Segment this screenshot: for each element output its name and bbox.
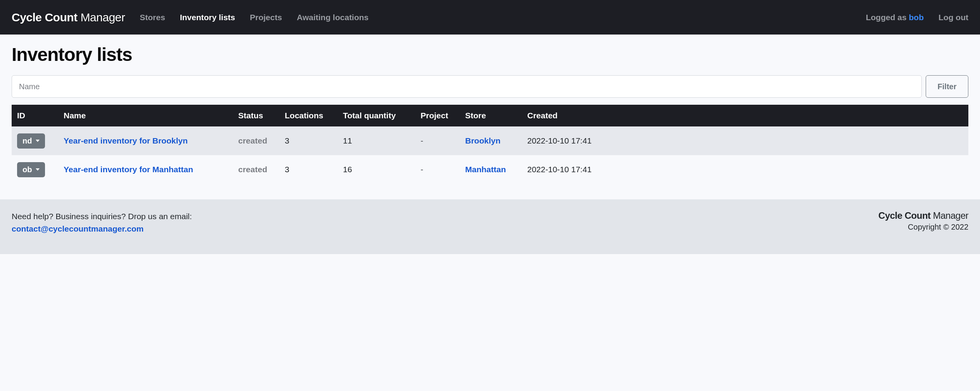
filter-row: Filter xyxy=(12,75,968,98)
th-project: Project xyxy=(415,105,460,126)
brand-bold: Cycle Count xyxy=(12,11,78,24)
table-row: ndYear-end inventory for Brooklyncreated… xyxy=(12,126,968,155)
brand-logo[interactable]: Cycle Count Manager xyxy=(12,11,125,24)
row-project: - xyxy=(415,155,460,184)
page-title: Inventory lists xyxy=(12,44,968,65)
main-content: Inventory lists Filter ID Name Status Lo… xyxy=(0,35,980,199)
row-id-text: nd xyxy=(23,137,32,145)
nav-links: Stores Inventory lists Projects Awaiting… xyxy=(140,13,369,22)
inventory-table: ID Name Status Locations Total quantity … xyxy=(12,105,968,184)
row-id-dropdown[interactable]: nd xyxy=(17,133,45,149)
th-id: ID xyxy=(12,105,58,126)
row-id-text: ob xyxy=(23,165,32,174)
nav-inventory-lists[interactable]: Inventory lists xyxy=(180,13,235,22)
logout-link[interactable]: Log out xyxy=(938,13,968,22)
row-id-dropdown[interactable]: ob xyxy=(17,162,45,177)
row-project: - xyxy=(415,126,460,155)
nav-stores[interactable]: Stores xyxy=(140,13,165,22)
footer-email-link[interactable]: contact@cyclecountmanager.com xyxy=(12,224,144,233)
footer-brand-bold: Cycle Count xyxy=(878,210,931,221)
footer-brand: Cycle Count Manager xyxy=(878,210,968,221)
footer-brand-light: Manager xyxy=(933,210,968,221)
th-locations: Locations xyxy=(279,105,338,126)
name-filter-input[interactable] xyxy=(12,75,922,98)
row-name-link[interactable]: Year-end inventory for Brooklyn xyxy=(58,126,233,155)
navbar-left: Cycle Count Manager Stores Inventory lis… xyxy=(12,11,369,24)
username: bob xyxy=(909,13,924,22)
th-status: Status xyxy=(233,105,279,126)
row-locations: 3 xyxy=(279,155,338,184)
row-total-quantity: 16 xyxy=(338,155,415,184)
th-total-quantity: Total quantity xyxy=(338,105,415,126)
footer: Need help? Business inquiries? Drop us a… xyxy=(0,199,980,254)
table-row: obYear-end inventory for Manhattancreate… xyxy=(12,155,968,184)
caret-down-icon xyxy=(36,140,40,142)
row-store-link[interactable]: Manhattan xyxy=(460,155,522,184)
row-status: created xyxy=(233,126,279,155)
logged-as-label: Logged as xyxy=(866,13,909,22)
th-store: Store xyxy=(460,105,522,126)
logged-as: Logged as bob xyxy=(866,13,924,22)
footer-right: Cycle Count Manager Copyright © 2022 xyxy=(878,210,968,232)
footer-copyright: Copyright © 2022 xyxy=(878,223,968,232)
navbar-right: Logged as bob Log out xyxy=(866,13,968,22)
table-header-row: ID Name Status Locations Total quantity … xyxy=(12,105,968,126)
nav-projects[interactable]: Projects xyxy=(250,13,282,22)
row-locations: 3 xyxy=(279,126,338,155)
row-store-link[interactable]: Brooklyn xyxy=(460,126,522,155)
row-status: created xyxy=(233,155,279,184)
th-created: Created xyxy=(522,105,968,126)
brand-light: Manager xyxy=(80,11,125,24)
footer-help-text: Need help? Business inquiries? Drop us a… xyxy=(12,210,192,223)
th-name: Name xyxy=(58,105,233,126)
footer-left: Need help? Business inquiries? Drop us a… xyxy=(12,210,192,235)
row-created: 2022-10-10 17:41 xyxy=(522,126,968,155)
filter-button[interactable]: Filter xyxy=(926,75,968,98)
navbar: Cycle Count Manager Stores Inventory lis… xyxy=(0,0,980,35)
caret-down-icon xyxy=(36,168,40,171)
row-total-quantity: 11 xyxy=(338,126,415,155)
nav-awaiting-locations[interactable]: Awaiting locations xyxy=(297,13,369,22)
row-created: 2022-10-10 17:41 xyxy=(522,155,968,184)
row-name-link[interactable]: Year-end inventory for Manhattan xyxy=(58,155,233,184)
